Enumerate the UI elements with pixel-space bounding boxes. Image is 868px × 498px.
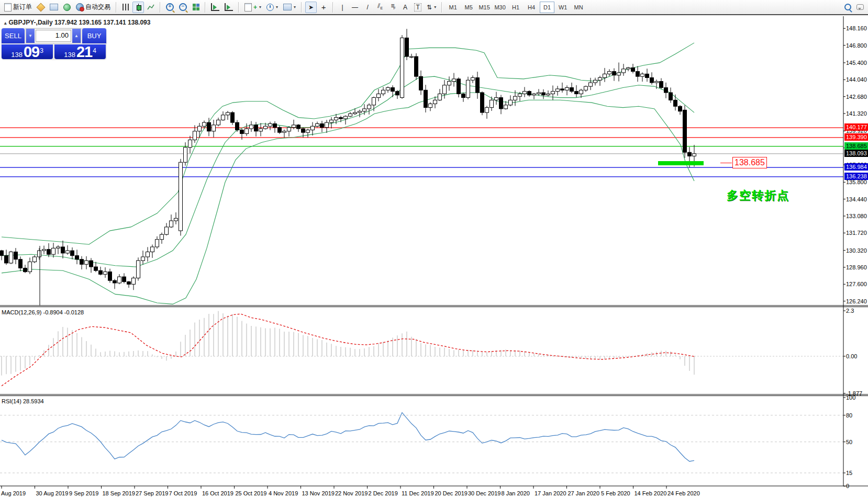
publish-chart-icon <box>50 4 58 10</box>
horizontal-line-tool[interactable]: — <box>349 2 361 13</box>
price-axis-label: 145.400 <box>846 60 867 66</box>
candlestick-chart-button[interactable] <box>132 2 144 13</box>
label-tool[interactable]: T <box>412 2 424 13</box>
tile-windows-icon <box>193 4 199 10</box>
trendline-tool[interactable]: / <box>362 2 373 13</box>
vertical-line-tool[interactable]: | <box>337 2 348 13</box>
buy-button[interactable]: BUY <box>82 28 106 43</box>
candle-body <box>193 131 197 140</box>
sell-button[interactable]: SELL <box>2 28 25 43</box>
zoom-out-button[interactable]: − <box>177 2 189 13</box>
date-axis-label: 18 Sep 2019 <box>103 490 135 496</box>
volume-input[interactable]: 1.00 <box>36 30 71 42</box>
zoom-in-button[interactable]: + <box>164 2 176 13</box>
candle-body <box>693 154 696 156</box>
candle-body <box>410 56 414 58</box>
chart-area[interactable]: ▴GBPJPY-,Daily 137.942 139.165 137.141 1… <box>0 16 868 498</box>
periods-button[interactable]: ▾ <box>264 2 280 13</box>
price-axis-label: 128.960 <box>846 264 867 270</box>
candle-body <box>627 67 630 69</box>
candle-body <box>160 234 164 240</box>
candle-body <box>419 76 423 90</box>
price-level-tag-140.177: 140.177 <box>844 123 868 131</box>
chart-canvas[interactable] <box>0 16 868 498</box>
template-chart-icon <box>283 4 292 10</box>
candle-body <box>320 124 324 128</box>
candle-body <box>108 272 112 281</box>
text-tool[interactable]: A <box>399 2 411 13</box>
date-axis-label: 27 Sep 2019 <box>136 490 168 496</box>
chat-button[interactable] <box>854 2 866 13</box>
line-chart-button[interactable] <box>145 2 157 13</box>
timeframe-mn[interactable]: MN <box>571 2 586 13</box>
candle-body <box>504 105 508 109</box>
candle-body <box>165 227 169 234</box>
templates-button[interactable]: ▾ <box>281 2 298 13</box>
candle-body <box>207 122 211 131</box>
indicators-button[interactable]: +▾ <box>242 2 263 13</box>
chat-icon <box>856 4 864 10</box>
channel-tool[interactable]: ⫽E <box>374 2 386 13</box>
candle-body <box>349 114 352 116</box>
candle-body <box>212 125 216 131</box>
rsi-axis-label: 0 <box>846 483 849 489</box>
timeframe-h1[interactable]: H1 <box>508 2 523 13</box>
timeframe-m30[interactable]: M30 <box>493 2 507 13</box>
volume-up-button[interactable]: ▲ <box>72 29 81 43</box>
candle-body <box>476 77 480 93</box>
timeframe-d1[interactable]: D1 <box>540 2 554 13</box>
separator <box>116 2 117 13</box>
timeframe-m15[interactable]: M15 <box>477 2 492 13</box>
candle-body <box>325 122 329 128</box>
bar-chart-button[interactable] <box>120 2 131 13</box>
volume-down-button[interactable]: ▼ <box>26 29 35 43</box>
collapse-icon[interactable]: ▴ <box>4 20 7 26</box>
auto-scroll-button[interactable] <box>209 2 221 13</box>
tile-windows-button[interactable] <box>190 2 202 13</box>
news-button[interactable] <box>61 2 73 13</box>
fibonacci-icon: ≡F <box>391 2 394 12</box>
publish-button[interactable] <box>48 2 60 13</box>
candle-body <box>52 248 55 254</box>
turning-point-annotation[interactable]: 多空转折点 <box>727 188 789 203</box>
search-button[interactable] <box>842 2 853 13</box>
price-axis-label: 130.320 <box>846 247 867 254</box>
candle-body <box>561 89 564 90</box>
separator <box>238 2 239 13</box>
chart-shift-button[interactable] <box>222 2 235 13</box>
crosshair-tool-button[interactable]: + <box>318 2 329 13</box>
date-axis-label: 16 Oct 2019 <box>202 490 233 496</box>
candle-body <box>556 89 560 92</box>
main-chart-panel[interactable] <box>0 29 843 305</box>
candle-body <box>622 69 626 73</box>
new-order-button[interactable]: 新订单 <box>2 2 34 13</box>
rsi-line <box>2 413 694 461</box>
chart-shift-icon <box>225 3 233 11</box>
candle-body <box>330 120 333 122</box>
candle-body <box>509 100 513 105</box>
metaquotes-button[interactable] <box>35 2 47 13</box>
cursor-tool-button[interactable]: ➤ <box>305 2 317 13</box>
sell-price[interactable]: 138093 <box>2 44 53 59</box>
autotrade-button[interactable]: 自动交易 <box>74 2 113 13</box>
timeframe-m5[interactable]: M5 <box>461 2 476 13</box>
buy-price[interactable]: 138214 <box>54 44 106 59</box>
timeframe-h4[interactable]: H4 <box>524 2 539 13</box>
rsi-indicator-label: RSI(14) 28.5934 <box>2 398 44 404</box>
timeframe-w1[interactable]: W1 <box>555 2 570 13</box>
candle-body <box>641 74 644 76</box>
candle-body <box>221 115 225 120</box>
date-axis-label: 13 Nov 2019 <box>302 490 335 496</box>
highlight-bar-object[interactable] <box>658 161 704 165</box>
arrows-tool[interactable]: ⇅▾ <box>425 2 438 13</box>
price-tag-label[interactable]: 138.685 <box>732 157 767 168</box>
fibonacci-tool[interactable]: ≡F <box>387 2 398 13</box>
price-axis-label: 135.800 <box>846 179 867 185</box>
candle-body <box>636 72 640 77</box>
candle-body <box>80 259 84 265</box>
signal-icon <box>63 4 71 11</box>
timeframe-m1[interactable]: M1 <box>446 2 460 13</box>
search-icon <box>844 4 851 10</box>
separator <box>332 2 333 13</box>
candle-body <box>415 56 418 76</box>
